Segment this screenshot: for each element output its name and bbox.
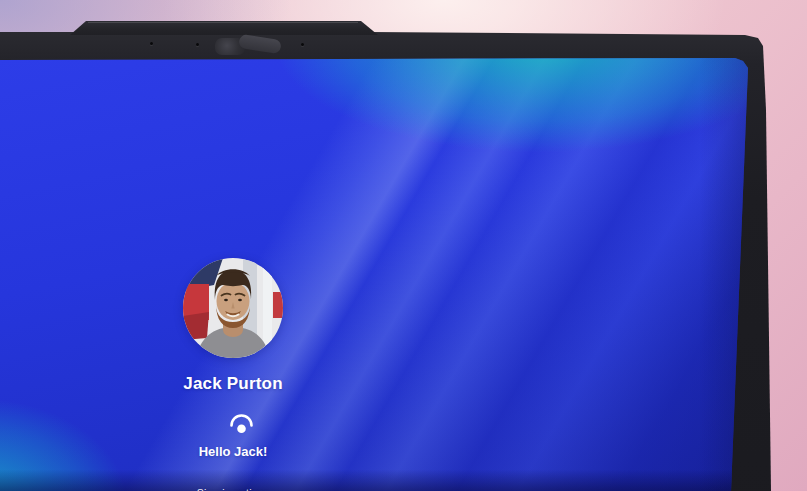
lock-screen-panel: Jack Purton Hello Jack! Sign-in options	[133, 258, 333, 491]
user-name: Jack Purton	[183, 374, 283, 394]
greeting-text: Hello Jack!	[199, 444, 268, 459]
microphone-hole	[196, 43, 199, 46]
wallpaper-shading	[0, 58, 760, 491]
sign-in-options-button[interactable]: Sign-in options	[197, 487, 269, 491]
microphone-hole	[150, 42, 153, 45]
camera-notch	[70, 21, 378, 35]
avatar	[183, 258, 283, 358]
notch-rim-highlight	[88, 22, 358, 23]
webcam-privacy-shutter-icon	[238, 34, 282, 54]
laptop-screen: Jack Purton Hello Jack! Sign-in options	[0, 58, 760, 491]
avatar-photo-svg	[183, 258, 283, 358]
webcam-module	[215, 36, 281, 55]
windows-hello-face-scan-icon	[228, 413, 255, 435]
microphone-hole	[301, 43, 304, 46]
